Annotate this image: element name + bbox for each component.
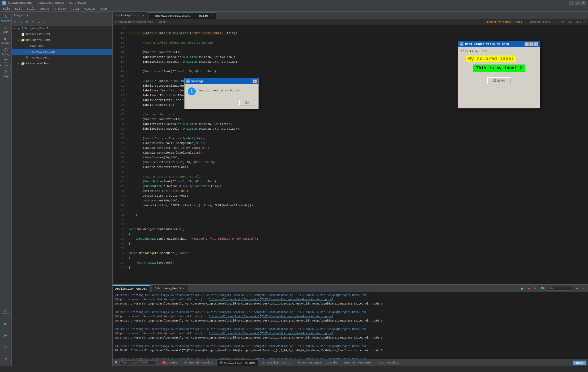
bottom-tab-issues[interactable]: 1 Issues [159, 360, 180, 366]
menu-tools[interactable]: Tools [69, 7, 82, 11]
output-tab-app-label: Application Output [115, 287, 147, 290]
tab-close-rockwidget[interactable]: ✕ [142, 14, 145, 17]
projects-icon: ☰ [3, 58, 8, 64]
menu-edit[interactable]: Edit [13, 7, 24, 11]
toolbar-btn-expand[interactable]: ⊞ [24, 20, 30, 25]
sidebar-label-welcome: Welcome [1, 20, 11, 22]
project-panel: Projects ⟳ ≡ ⊞ ⊟ + − ▾ ◈ QtWidgets_Demo2… [12, 12, 113, 366]
tree-item-subfolder[interactable]: ▾ 📁 QtWidgets_Demo2 [12, 37, 112, 43]
tree-item-rockwidget-h[interactable]: ▸ H rockwidget.h [12, 55, 112, 61]
preview-click-me-button[interactable]: Click Me [487, 77, 511, 84]
cmake-modules-icon: 📁 [21, 61, 25, 66]
output-line-1: 20:52:22: Starting C:\Users\Thiago Souto… [115, 293, 586, 298]
toolbar-btn-filter[interactable]: ≡ [19, 20, 24, 25]
output-line-7: 20:56:16: Starting C:\Users\Thiago Souto… [115, 327, 586, 332]
preview-maximize-button[interactable]: □ [529, 42, 534, 46]
app-icon: Q [2, 1, 6, 5]
output-link-3[interactable]: C:\Users\Thiago Souto\Documents\QT\QT Co… [209, 332, 333, 335]
output-link-1[interactable]: C:\Users\Thiago Souto\Documents\QT\QT Co… [209, 298, 333, 301]
menu-file[interactable]: File [1, 7, 12, 11]
preview-small-label: This is my label [461, 50, 537, 53]
dialog-ok-button[interactable]: OK [239, 100, 255, 105]
sidebar-item-build-run[interactable]: ⟳ [1, 342, 11, 352]
sidebar-item-welcome[interactable]: ⌂ Welcome [1, 13, 11, 23]
bottom-tab-appoutput-label: Application Output [224, 361, 255, 364]
dialog-titlebar: ■ Message ✕ [185, 78, 258, 84]
sidebar-item-edit[interactable]: ✏ Edit [1, 24, 11, 35]
toolbar-btn-remove[interactable]: − [42, 20, 47, 25]
sidebar-item-help[interactable]: ? Help [1, 69, 11, 79]
sidebar-icons: ⌂ Welcome ✏ Edit ◧ Design ⬡ Debug ☰ Proj… [0, 12, 12, 366]
code-editor[interactable]: 9 10 11 12 13 14 15 16 17 18 19 20 21 22… [113, 25, 588, 284]
dialog-app-icon: ■ [186, 79, 190, 83]
welcome-icon: ⌂ [3, 14, 8, 19]
preview-minimize-button[interactable]: ─ [525, 42, 529, 46]
build-button[interactable]: Build [573, 361, 586, 365]
editor-tab-sizehint[interactable]: ⋯ RockWidget::sizeHint() → QSize ✕ [148, 12, 216, 19]
bottom-tab-compile[interactable]: 4 Compile Output [259, 360, 294, 366]
output-inner-tab[interactable]: QtWidgets_Demo2 ✕ [152, 285, 188, 292]
output-add-button[interactable]: + [574, 286, 580, 291]
minimize-button[interactable]: ─ [569, 1, 574, 5]
dialog-info-icon: i [188, 87, 196, 95]
menu-analyze[interactable]: Analyze [52, 7, 68, 11]
output-tab-app[interactable]: Application Output [113, 285, 150, 292]
menu-help[interactable]: Help [98, 7, 109, 11]
tree-item-rockwidget-cpp[interactable]: ▸ ⬡ rockwidget.cpp [12, 49, 112, 55]
tree-arrow-subfolder: ▾ [17, 39, 20, 42]
toolbar-btn-sync[interactable]: ⟳ [13, 20, 18, 25]
tree-item-cmake-modules[interactable]: ▸ 📁 CMake Modules [12, 61, 112, 66]
bottom-tab-general[interactable]: General Messages [340, 360, 374, 366]
output-reload-button[interactable]: ⟳ [532, 286, 538, 291]
bottom-tab-app-output[interactable]: 3 Application Output [216, 360, 258, 366]
sidebar-item-qml[interactable]: QML Demo2 [1, 307, 11, 317]
issues-badge: 1 [162, 361, 166, 364]
output-line-11: 20:58:02: C:\Users\Thiago Souto\Document… [115, 349, 586, 353]
menu-bar: File Edit Build Debug Analyze Tools Wind… [0, 6, 588, 12]
sidebar-item-stop[interactable]: ■ [1, 353, 11, 364]
menu-debug[interactable]: Debug [38, 7, 51, 11]
toolbar-btn-add[interactable]: + [36, 20, 41, 25]
editor-header: ⚙ RockWidget::sizeHint() → QSize ⚠ unuse… [113, 19, 588, 25]
sidebar-item-debug[interactable]: ⬡ Debug [1, 46, 11, 57]
preview-close-button[interactable]: ✕ [534, 42, 538, 46]
tree-item-cmake[interactable]: ▸ 📋 CMakeLists.txt [12, 31, 112, 37]
output-play-button[interactable]: ▶ [520, 286, 525, 291]
preview-controls: ─ □ ✕ [525, 42, 538, 46]
toolbar-btn-collapse[interactable]: ⊟ [30, 20, 36, 25]
sidebar-item-design[interactable]: ◧ Design [1, 35, 11, 46]
output-more-button[interactable]: − [581, 286, 586, 291]
qml-badge: 6 [297, 361, 301, 364]
menu-build[interactable]: Build [25, 7, 38, 11]
preview-body: This is my label My colored label This i… [458, 47, 540, 108]
bottom-tab-issues-label: Issues [167, 361, 177, 364]
output-inner-close[interactable]: ✕ [182, 287, 185, 290]
bottom-tab-tests-label: Test Results [378, 361, 399, 364]
sidebar-item-run[interactable]: ▶ [1, 318, 11, 329]
maximize-button[interactable]: □ [575, 1, 580, 5]
bottom-tab-qml-debugger[interactable]: 6 QML Debugger Console [295, 360, 340, 366]
bottom-tab-search-label: Search Results [188, 361, 213, 364]
output-line-3: 20:54:57: C:\Users\Thiago Souto\Document… [115, 302, 586, 306]
editor-tab-rockwidget[interactable]: rockwidget.cpp ✕ [113, 12, 148, 19]
design-icon: ◧ [3, 36, 8, 41]
locate-input[interactable] [120, 360, 157, 365]
tree-item-root[interactable]: ▾ ◈ QtWidgets_Demo2 [12, 26, 112, 31]
output-line-10: 20:57:51: Starting C:\Users\Thiago Souto… [115, 344, 586, 349]
tab-close-sizehint[interactable]: ✕ [210, 14, 213, 17]
output-search-button[interactable]: 🔍 [540, 286, 546, 291]
output-stop-button[interactable]: ■ [526, 286, 531, 291]
close-button[interactable]: ✕ [581, 1, 586, 5]
output-link-2[interactable]: C:\Users\Thiago Souto\Documents\QT\QT Co… [209, 315, 333, 318]
editor-breadcrumb: ⚙ RockWidget::sizeHint() → QSize [115, 20, 166, 24]
sidebar-label-design: Design [1, 42, 10, 45]
tree-item-main-cpp[interactable]: ▸ ⬡ main.cpp [12, 43, 112, 49]
sidebar-item-debug2[interactable]: ▶ [1, 330, 11, 341]
menu-window[interactable]: Window [82, 7, 97, 11]
bottom-tab-search-results[interactable]: 2 Search Results [181, 360, 216, 366]
output-filter-input[interactable] [547, 286, 573, 291]
sidebar-item-projects[interactable]: ☰ Projects [1, 57, 11, 68]
tree-arrow-cmake-modules: ▸ [17, 62, 20, 65]
dialog-close-button[interactable]: ✕ [253, 79, 257, 83]
bottom-tab-tests[interactable]: Test Results [375, 360, 402, 366]
